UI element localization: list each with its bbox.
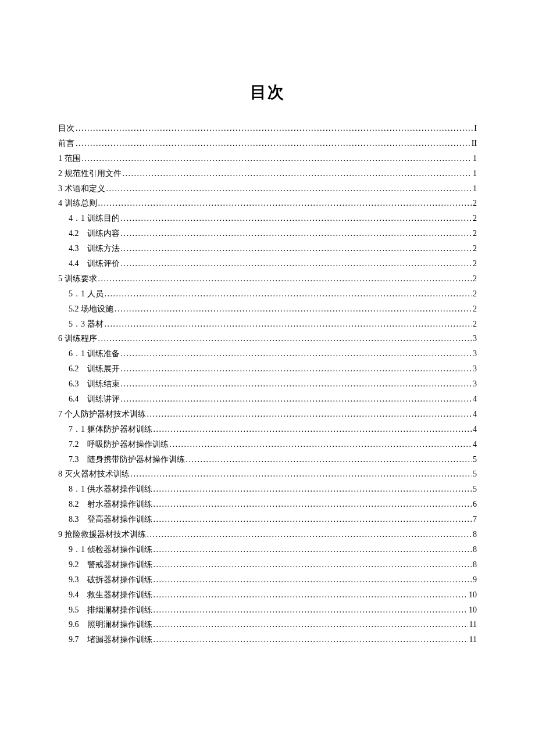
toc-list: 目次I前言II1 范围12 规范性引用文件13 术语和定义14 训练总则24．1…: [58, 121, 477, 647]
toc-entry-page: 2: [473, 196, 477, 211]
toc-entry-label: 4.4 训练评价: [69, 256, 120, 271]
toc-leader: [121, 361, 472, 377]
toc-leader: [121, 226, 472, 241]
toc-entry-label: 8 灭火器材技术训练: [58, 467, 130, 482]
toc-entry-page: 5: [473, 467, 477, 482]
toc-entry: 5 训练要求2: [58, 271, 477, 286]
toc-leader: [154, 632, 468, 647]
toc-entry: 4 训练总则2: [58, 196, 477, 211]
toc-leader: [98, 331, 472, 346]
toc-entry: 9.5 排烟澜材操作训练10: [58, 603, 477, 618]
toc-entry-page: 7: [473, 512, 477, 527]
toc-title: 目次: [58, 81, 477, 103]
toc-leader: [82, 151, 472, 166]
toc-entry-label: 4.3 训练方法: [69, 241, 120, 256]
toc-leader: [154, 482, 472, 497]
toc-entry-label: 6.2 训练展开: [69, 361, 120, 377]
toc-leader: [154, 422, 472, 437]
toc-entry-page: II: [472, 136, 477, 151]
toc-entry: 8 灭火器材技术训练5: [58, 467, 477, 482]
toc-entry-label: 9 抢险救援器材技术训练: [58, 527, 146, 542]
toc-entry: 5．3 器材2: [58, 317, 477, 332]
toc-entry-label: 6 训练程序: [58, 331, 97, 346]
toc-entry-label: 目次: [58, 121, 74, 136]
toc-leader: [76, 121, 473, 136]
toc-leader: [121, 241, 472, 256]
toc-entry-label: 9.4 救生器材操作训练: [69, 587, 152, 603]
toc-entry: 8.3 登高器材操作训练7: [58, 512, 477, 527]
toc-entry-page: 4: [473, 392, 477, 407]
toc-entry: 7.3 随身携带防护器材操作训练5: [58, 452, 477, 467]
toc-entry-label: 9.5 排烟澜材操作训练: [69, 603, 152, 618]
toc-entry: 9．1 侦检器材操作训练8: [58, 542, 477, 557]
toc-entry-label: 3 术语和定义: [58, 181, 105, 196]
toc-leader: [154, 587, 468, 603]
toc-entry-label: 4.2 训练内容: [69, 226, 120, 241]
toc-entry: 6 训练程序3: [58, 331, 477, 346]
toc-leader: [154, 617, 468, 632]
toc-entry: 4．1 训练目的2: [58, 211, 477, 226]
toc-entry-page: 8: [473, 542, 477, 557]
toc-entry-label: 9.2 警戒器材操作训练: [69, 557, 152, 572]
toc-entry-page: 2: [473, 302, 477, 317]
toc-entry-label: 5．1 人员: [69, 286, 104, 302]
toc-entry: 5．1 人员2: [58, 286, 477, 302]
toc-entry-page: 4: [473, 437, 477, 452]
toc-entry-page: 5: [473, 482, 477, 497]
toc-entry: 7 个人防护器材技术训练4: [58, 407, 477, 422]
toc-leader: [154, 603, 468, 618]
toc-leader: [170, 437, 472, 452]
toc-entry-page: 10: [469, 603, 477, 618]
toc-entry-page: I: [474, 121, 477, 136]
toc-leader: [105, 317, 472, 332]
toc-entry: 6.2 训练展开3: [58, 361, 477, 377]
toc-entry-page: 2: [473, 286, 477, 302]
toc-entry-page: 9: [473, 572, 477, 587]
toc-leader: [98, 196, 472, 211]
toc-entry-page: 3: [473, 377, 477, 392]
toc-entry-label: 7.2 呼吸防护器材操作训练: [69, 437, 169, 452]
toc-leader: [123, 166, 472, 181]
toc-entry-label: 2 规范性引用文件: [58, 166, 122, 181]
toc-leader: [98, 271, 472, 286]
toc-entry: 9.6 照明澜材操作训练11: [58, 617, 477, 632]
toc-entry-page: 3: [473, 361, 477, 377]
toc-leader: [147, 527, 472, 542]
toc-leader: [121, 392, 472, 407]
toc-entry: 3 术语和定义1: [58, 181, 477, 196]
toc-entry-page: 2: [473, 256, 477, 271]
toc-entry-page: 5: [473, 452, 477, 467]
toc-entry: 9.4 救生器材操作训练10: [58, 587, 477, 603]
toc-leader: [131, 467, 472, 482]
toc-entry: 6.3 训练结束3: [58, 377, 477, 392]
toc-leader: [105, 286, 472, 302]
toc-entry-page: 8: [473, 527, 477, 542]
toc-leader: [115, 302, 472, 317]
toc-entry-page: 2: [473, 226, 477, 241]
toc-entry-page: 1: [473, 166, 477, 181]
toc-entry-label: 7 个人防护器材技术训练: [58, 407, 146, 422]
toc-entry-page: 10: [469, 587, 477, 603]
toc-entry-label: 9.6 照明澜材操作训练: [69, 617, 152, 632]
toc-entry: 6.4 训练讲评4: [58, 392, 477, 407]
toc-entry-page: 2: [473, 317, 477, 332]
toc-entry-page: 3: [473, 346, 477, 361]
toc-entry-page: 2: [473, 241, 477, 256]
toc-entry-label: 前言: [58, 136, 74, 151]
toc-entry: 4.2 训练内容2: [58, 226, 477, 241]
toc-entry-page: 2: [473, 271, 477, 286]
toc-entry-label: 9.7 堵漏器材操作训练: [69, 632, 152, 647]
toc-leader: [76, 136, 470, 151]
toc-entry: 7.2 呼吸防护器材操作训练4: [58, 437, 477, 452]
toc-entry: 6．1 训练准备3: [58, 346, 477, 361]
toc-entry: 9.2 警戒器材操作训练8: [58, 557, 477, 572]
toc-leader: [121, 256, 472, 271]
toc-leader: [154, 572, 472, 587]
toc-entry-label: 8．1 供水器材操作训练: [69, 482, 152, 497]
toc-entry-page: 2: [473, 211, 477, 226]
toc-leader: [154, 542, 472, 557]
toc-leader: [154, 512, 472, 527]
toc-leader: [106, 181, 472, 196]
toc-entry: 9.7 堵漏器材操作训练11: [58, 632, 477, 647]
toc-leader: [154, 557, 472, 572]
